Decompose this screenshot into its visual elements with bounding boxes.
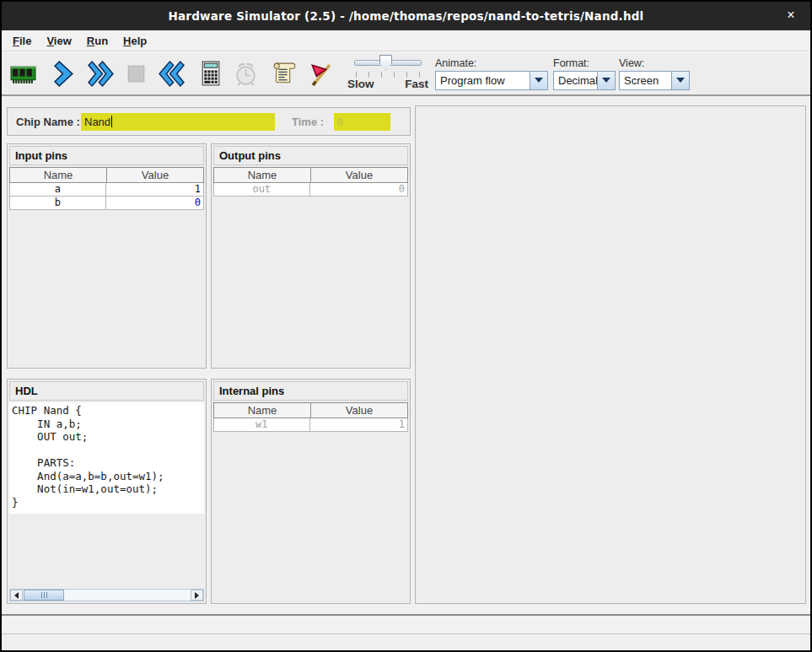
slider-fast-label: Fast <box>405 78 428 90</box>
animate-label: Animate: <box>435 57 548 69</box>
column-header-value: Value <box>311 403 407 418</box>
hdl-code-text: CHIP Nand { IN a,b; OUT out; PARTS: And(… <box>9 402 204 509</box>
format-combo-group: Format: Decimal <box>553 57 616 90</box>
view-label: View: <box>619 57 690 69</box>
column-header-name: Name <box>10 168 107 182</box>
view-value: Screen <box>620 72 671 89</box>
table-header: Name Value <box>213 167 408 183</box>
internal-pins-table: Name Value w1 1 <box>213 402 408 432</box>
hdl-panel: HDL CHIP Nand { IN a,b; OUT out; PARTS: … <box>7 379 207 604</box>
animate-dropdown-button[interactable] <box>530 72 547 89</box>
chevron-down-icon <box>535 78 543 83</box>
time-label: Time : <box>292 116 324 128</box>
evaluate-button[interactable] <box>194 55 226 92</box>
arrow-left-icon <box>14 592 19 599</box>
pin-value[interactable]: 1 <box>106 183 204 196</box>
run-button[interactable] <box>84 55 116 92</box>
hdl-title: HDL <box>9 381 204 401</box>
menu-file[interactable]: File <box>5 32 39 50</box>
pin-name: b <box>10 197 106 209</box>
hdl-horizontal-scrollbar <box>9 589 204 601</box>
pin-name: out <box>214 183 310 196</box>
status-divider <box>2 614 810 616</box>
input-pins-panel: Input pins Name Value a 1 b 0 <box>7 143 207 369</box>
titlebar: Hardware Simulator (2.5) - /home/thomas/… <box>2 2 810 30</box>
column-header-value: Value <box>107 168 203 182</box>
close-button[interactable]: × <box>783 8 799 23</box>
scrollbar-thumb[interactable] <box>24 590 64 601</box>
slider-slow-label: Slow <box>347 78 374 90</box>
animate-select[interactable]: Program flow <box>435 71 548 90</box>
menu-run[interactable]: Run <box>79 32 116 50</box>
speed-slider: Slow Fast <box>347 54 428 93</box>
animate-combo-group: Animate: Program flow <box>435 57 548 90</box>
script-icon <box>271 60 298 88</box>
breakpoint-flag-icon <box>306 60 334 88</box>
window-title: Hardware Simulator (2.5) - /home/thomas/… <box>169 9 644 23</box>
app-window: Hardware Simulator (2.5) - /home/thomas/… <box>0 0 812 652</box>
view-select[interactable]: Screen <box>619 71 690 90</box>
screen-view-panel <box>415 105 806 604</box>
internal-pins-panel: Internal pins Name Value w1 1 <box>211 379 411 604</box>
stop-button[interactable] <box>120 55 152 92</box>
table-row: out 0 <box>213 183 408 197</box>
reset-icon <box>158 60 186 88</box>
scroll-left-button[interactable] <box>10 590 23 601</box>
reset-button[interactable] <box>155 55 187 92</box>
status-message-bar <box>2 617 810 634</box>
time-field: 0 <box>334 113 390 131</box>
stop-icon <box>122 60 150 88</box>
menubar: File View Run Help <box>2 30 810 51</box>
scrollbar-track[interactable] <box>64 590 191 601</box>
input-pins-table: Name Value a 1 b 0 <box>9 167 204 210</box>
single-step-icon <box>51 60 79 88</box>
script-button[interactable] <box>268 55 300 92</box>
breakpoints-button[interactable] <box>304 55 336 92</box>
format-value: Decimal <box>554 72 597 89</box>
view-combo-group: View: Screen <box>619 57 690 90</box>
clock-button[interactable] <box>229 55 261 92</box>
run-icon <box>87 60 115 88</box>
format-select[interactable]: Decimal <box>553 71 616 90</box>
hdl-code-view[interactable]: CHIP Nand { IN a,b; OUT out; PARTS: And(… <box>9 402 204 514</box>
speed-slider-ticks <box>356 72 420 78</box>
animate-value: Program flow <box>436 72 530 89</box>
output-pins-title: Output pins <box>213 146 408 165</box>
chevron-down-icon <box>602 78 610 83</box>
table-row: a 1 <box>9 183 204 197</box>
clock-icon <box>232 60 260 88</box>
table-row: w1 1 <box>213 418 408 432</box>
pin-value: 0 <box>310 183 408 196</box>
pin-name: w1 <box>214 418 310 431</box>
chip-name-input[interactable]: Nand <box>81 113 275 131</box>
calculator-icon <box>196 60 224 88</box>
speed-slider-thumb[interactable] <box>379 55 392 70</box>
pin-name: a <box>10 183 106 196</box>
toolbar: Slow Fast Animate: Program flow Format: <box>2 51 810 96</box>
bottom-status-bar <box>2 635 810 650</box>
format-label: Format: <box>553 57 616 69</box>
column-header-value: Value <box>311 168 407 182</box>
input-pins-title: Input pins <box>9 146 204 165</box>
chip-name-value: Nand <box>84 116 110 128</box>
internal-pins-title: Internal pins <box>213 381 408 401</box>
format-dropdown-button[interactable] <box>597 72 615 89</box>
output-pins-panel: Output pins Name Value out 0 <box>211 143 411 369</box>
view-dropdown-button[interactable] <box>671 72 689 89</box>
time-value: 0 <box>337 116 343 128</box>
window-frame: Hardware Simulator (2.5) - /home/thomas/… <box>2 2 810 650</box>
pin-value[interactable]: 0 <box>106 197 204 209</box>
menu-view[interactable]: View <box>39 32 78 50</box>
pin-value: 1 <box>310 418 408 431</box>
column-header-name: Name <box>214 403 311 418</box>
load-chip-button[interactable] <box>7 55 39 92</box>
scroll-right-button[interactable] <box>191 590 203 601</box>
chip-icon <box>9 60 37 88</box>
menu-help[interactable]: Help <box>116 32 154 50</box>
arrow-right-icon <box>195 592 199 599</box>
column-header-name: Name <box>214 168 311 182</box>
text-caret <box>111 116 112 127</box>
table-row: b 0 <box>9 197 204 210</box>
single-step-button[interactable] <box>49 55 81 92</box>
chevron-down-icon <box>676 78 685 83</box>
